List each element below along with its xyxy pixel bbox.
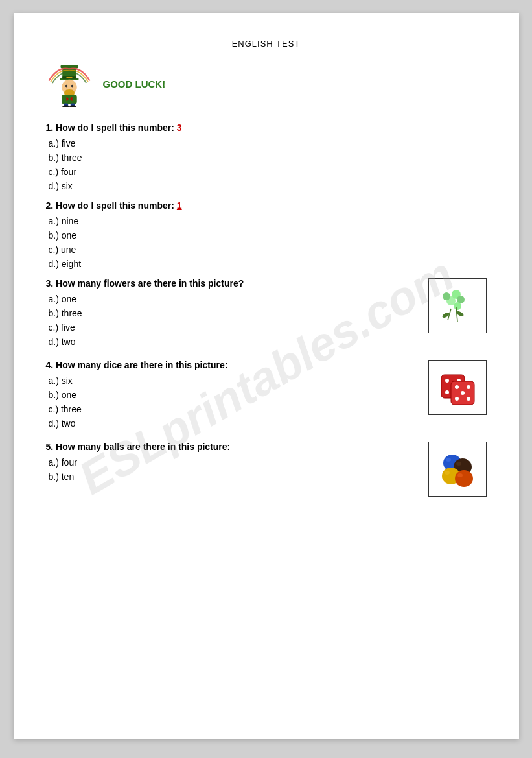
q4-option-c: c.) three (46, 404, 418, 414)
svg-rect-4 (66, 77, 72, 78)
question-1-text: 1. How do I spell this number: 3 (46, 123, 487, 133)
svg-point-42 (456, 462, 461, 466)
svg-point-14 (62, 105, 69, 107)
q2-option-a: a.) nine (46, 216, 487, 226)
svg-point-40 (446, 458, 451, 462)
q1-option-c: c.) four (46, 167, 487, 177)
svg-rect-0 (60, 65, 78, 68)
question-4-content: 4. How many dice are there in this pictu… (46, 360, 418, 432)
svg-point-37 (455, 397, 459, 401)
page: ESLprintables.com ENGLISH TEST (14, 13, 519, 739)
svg-point-30 (445, 390, 449, 394)
q4-option-a: a.) six (46, 375, 418, 386)
good-luck-text: GOOD LUCK! (103, 78, 166, 89)
q5-option-a: a.) four (46, 457, 418, 468)
svg-point-6 (65, 85, 67, 88)
svg-point-27 (445, 379, 449, 383)
question-4-with-image: 4. How many dice are there in this pictu… (46, 360, 487, 432)
svg-point-17 (443, 292, 450, 300)
q4-option-b: b.) one (46, 390, 418, 400)
question-2-text: 2. How do I spell this number: 1 (46, 200, 487, 211)
question-2-highlight: 1 (177, 200, 182, 211)
balls-icon (432, 445, 483, 493)
question-1-highlight: 3 (177, 123, 182, 133)
page-title: ENGLISH TEST (46, 39, 487, 49)
question-5-with-image: 5. How many balls are there in this pict… (46, 442, 487, 497)
q2-option-c: c.) une (46, 244, 487, 255)
question-4: 4. How many dice are there in this pictu… (46, 360, 487, 432)
q1-option-d: d.) six (46, 181, 487, 191)
svg-point-38 (467, 397, 470, 401)
q3-option-a: a.) one (46, 294, 418, 304)
svg-point-34 (455, 385, 459, 389)
svg-point-44 (445, 471, 450, 475)
flowers-image-box (428, 278, 487, 333)
svg-point-15 (69, 105, 76, 107)
flowers-icon (432, 281, 483, 330)
svg-point-35 (467, 385, 470, 389)
q2-option-b: b.) one (46, 230, 487, 241)
question-3-with-image: 3. How many flowers are there in this pi… (46, 278, 487, 351)
question-5: 5. How many balls are there in this pict… (46, 442, 487, 497)
svg-point-36 (461, 391, 465, 395)
svg-rect-9 (62, 95, 76, 104)
leprechaun-icon (46, 60, 93, 107)
question-2: 2. How do I spell this number: 1 a.) nin… (46, 200, 487, 269)
svg-point-45 (455, 470, 473, 487)
svg-point-7 (71, 85, 73, 88)
q1-option-a: a.) five (46, 138, 487, 148)
svg-point-46 (457, 473, 463, 477)
question-3-text: 3. How many flowers are there in this pi… (46, 278, 418, 289)
question-4-text: 4. How many dice are there in this pictu… (46, 360, 418, 370)
header-row: GOOD LUCK! (46, 60, 487, 107)
dice-icon (432, 363, 483, 412)
question-3-content: 3. How many flowers are there in this pi… (46, 278, 418, 351)
dice-image-box (428, 360, 487, 415)
q5-option-b: b.) ten (46, 471, 418, 482)
question-1: 1. How do I spell this number: 3 a.) fiv… (46, 123, 487, 191)
q3-option-b: b.) three (46, 308, 418, 318)
svg-point-20 (454, 302, 461, 310)
balls-image-box (428, 442, 487, 497)
q3-option-d: d.) two (46, 337, 418, 347)
question-3: 3. How many flowers are there in this pi… (46, 278, 487, 351)
q3-option-c: c.) five (46, 322, 418, 333)
q2-option-d: d.) eight (46, 259, 487, 269)
question-5-text: 5. How many balls are there in this pict… (46, 442, 418, 452)
q1-option-b: b.) three (46, 152, 487, 163)
question-5-content: 5. How many balls are there in this pict… (46, 442, 418, 486)
q4-option-d: d.) two (46, 418, 418, 429)
